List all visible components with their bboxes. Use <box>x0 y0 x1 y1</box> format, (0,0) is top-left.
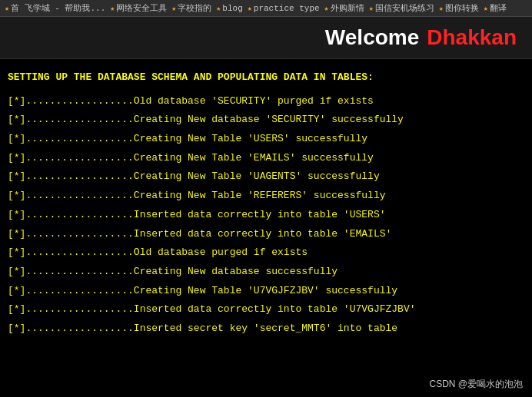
log-container: [*]..................Old database 'SECUR… <box>8 92 524 339</box>
toolbar-item-2[interactable]: ★ 字校指的 <box>171 2 211 14</box>
log-line-12: [*]..................Inserted secret key… <box>8 319 524 339</box>
log-line-7: [*]..................Inserted data corre… <box>8 225 524 244</box>
toolbar-item-1[interactable]: ★ 网络安全工具 <box>110 2 167 14</box>
browser-toolbar: ★ 首 飞学城 - 帮助我... ★ 网络安全工具 ★ 字校指的 ★ blog … <box>0 0 532 17</box>
log-line-0: [*]..................Old database 'SECUR… <box>8 92 524 111</box>
log-line-11: [*]..................Inserted data corre… <box>8 300 524 319</box>
header: Welcome Dhakkan <box>0 17 532 59</box>
toolbar-item-7[interactable]: ★ 图你转换 <box>439 2 479 14</box>
log-line-4: [*]..................Creating New Table … <box>8 167 524 187</box>
log-line-9: [*]..................Creating New databa… <box>8 263 524 282</box>
toolbar-item-5[interactable]: ★ 外购新情 <box>324 2 364 14</box>
toolbar-item-3[interactable]: ★ blog <box>216 4 242 13</box>
toolbar-item-6[interactable]: ★ 国信安机场练习 <box>369 2 434 14</box>
footer-text: CSDN @爱喝水的泡泡 <box>429 378 523 391</box>
log-line-8: [*]..................Old database purged… <box>8 243 524 263</box>
log-line-3: [*]..................Creating New Table … <box>8 149 524 168</box>
main-content: SETTING UP THE DATABASE SCHEMA AND POPUL… <box>0 59 532 348</box>
log-line-1: [*]..................Creating New databa… <box>8 111 524 130</box>
log-line-5: [*]..................Creating New Table … <box>8 187 524 206</box>
log-line-10: [*]..................Creating New Table … <box>8 282 524 301</box>
bookmark-icon-6: ★ <box>369 4 374 13</box>
log-line-2: [*]..................Creating New Table … <box>8 130 524 149</box>
bookmark-icon-8: ★ <box>484 4 488 13</box>
bookmark-icon-4: ★ <box>248 4 252 13</box>
welcome-label: Welcome <box>325 25 419 50</box>
section-title: SETTING UP THE DATABASE SCHEMA AND POPUL… <box>8 68 524 88</box>
username-label: Dhakkan <box>427 25 517 50</box>
bookmark-icon-2: ★ <box>171 4 176 13</box>
log-line-6: [*]..................Inserted data corre… <box>8 206 524 225</box>
toolbar-item-8[interactable]: ★ 翻译 <box>484 2 507 14</box>
bookmark-icon-5: ★ <box>324 4 329 13</box>
toolbar-item-4[interactable]: ★ practice type <box>248 4 320 13</box>
bookmark-icon-3: ★ <box>216 4 221 13</box>
toolbar-item-0[interactable]: ★ 首 飞学城 - 帮助我... <box>5 2 105 14</box>
bookmark-icon-7: ★ <box>439 4 444 13</box>
bookmark-icon-1: ★ <box>110 4 115 13</box>
bookmark-icon-0: ★ <box>5 4 9 13</box>
